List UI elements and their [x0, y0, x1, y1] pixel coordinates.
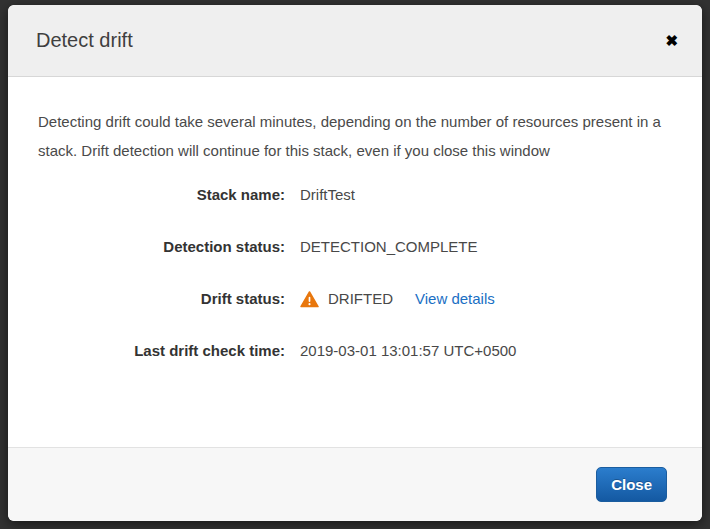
modal-header: Detect drift ✖ [8, 5, 702, 77]
drift-status-value: DRIFTED [328, 288, 393, 310]
detection-status-label: Detection status: [38, 236, 285, 258]
close-icon[interactable]: ✖ [665, 33, 678, 48]
last-drift-check-label: Last drift check time: [38, 340, 285, 362]
drift-status-value-group: DRIFTED View details [300, 288, 672, 310]
last-drift-check-row: Last drift check time: 2019-03-01 13:01:… [38, 340, 672, 362]
stack-name-label: Stack name: [38, 184, 285, 206]
last-drift-check-value: 2019-03-01 13:01:57 UTC+0500 [300, 340, 672, 362]
drift-status-label: Drift status: [38, 288, 285, 310]
modal-overlay: Detect drift ✖ Detecting drift could tak… [0, 0, 710, 529]
drift-description: Detecting drift could take several minut… [38, 107, 672, 165]
detection-status-value: DETECTION_COMPLETE [300, 236, 672, 258]
modal-body: Detecting drift could take several minut… [8, 77, 702, 447]
detect-drift-modal: Detect drift ✖ Detecting drift could tak… [8, 5, 702, 521]
modal-title: Detect drift [36, 29, 665, 52]
stack-name-row: Stack name: DriftTest [38, 184, 672, 206]
view-details-link[interactable]: View details [415, 288, 495, 310]
drift-status-row: Drift status: DRIFTED View details [38, 288, 672, 310]
warning-icon [300, 291, 319, 308]
stack-name-value: DriftTest [300, 184, 672, 206]
modal-footer: Close [8, 447, 702, 521]
detection-status-row: Detection status: DETECTION_COMPLETE [38, 236, 672, 258]
field-rows: Stack name: DriftTest Detection status: … [38, 184, 672, 362]
close-button[interactable]: Close [596, 467, 667, 502]
